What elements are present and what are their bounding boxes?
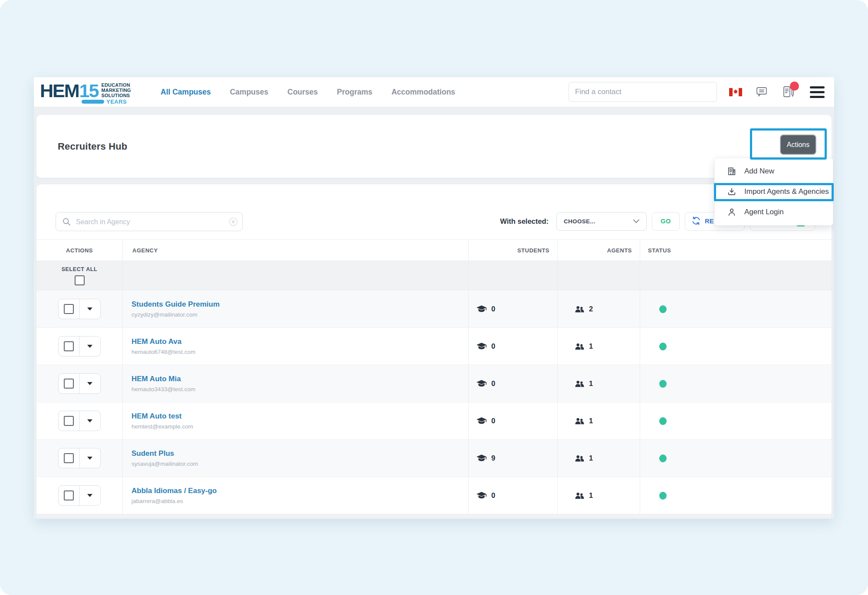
- row-actions-group: [58, 411, 101, 431]
- agents-count: 1: [589, 454, 593, 462]
- chevron-down-icon: [633, 217, 639, 225]
- status-dot: [659, 380, 667, 388]
- row-actions-group: [58, 373, 101, 394]
- agency-link[interactable]: HEM Auto Mia: [132, 375, 181, 383]
- table-row: Students Guide Premium cyzydizy@mailinat…: [36, 290, 832, 327]
- agents-icon: [575, 455, 584, 462]
- row-actions-group: [58, 485, 101, 506]
- logo-years: YEARS: [82, 98, 127, 105]
- agents-count: 2: [589, 305, 593, 313]
- chat-icon[interactable]: [755, 85, 768, 98]
- bulk-action-select[interactable]: CHOOSE...: [556, 212, 647, 231]
- agency-search-input[interactable]: [75, 212, 220, 232]
- agency-link[interactable]: HEM Auto Ava: [132, 337, 181, 346]
- logo-tagline: EDUCATION MARKETING SOLUTIONS: [101, 78, 131, 98]
- table-bottom-strip: [36, 514, 832, 519]
- agents-count: 1: [589, 342, 593, 350]
- row-caret-button[interactable]: [80, 486, 101, 505]
- agency-link[interactable]: Students Guide Premium: [132, 300, 220, 309]
- row-checkbox[interactable]: [59, 411, 80, 431]
- clear-search-icon[interactable]: [229, 217, 238, 228]
- graduation-cap-icon: [477, 454, 487, 462]
- row-actions-group: [58, 336, 101, 356]
- agents-count: 1: [589, 491, 593, 500]
- row-caret-button[interactable]: [80, 448, 101, 468]
- agency-search-box[interactable]: [56, 212, 243, 231]
- caret-down-icon: [87, 382, 92, 385]
- caret-down-icon: [87, 307, 92, 311]
- menu-item-import-agents[interactable]: Import Agents & Agencies: [715, 181, 833, 202]
- select-all-cell: SELECT ALL: [36, 261, 123, 290]
- agency-link[interactable]: Sudent Plus: [132, 449, 174, 458]
- status-dot: [659, 305, 667, 313]
- agency-link[interactable]: Abbla Idiomas / Easy-go: [132, 487, 217, 495]
- refresh-icon: [691, 216, 701, 227]
- select-all-label: SELECT ALL: [62, 266, 98, 272]
- table-row: Sudent Plus sysavuja@mailinator.com 9 1: [36, 439, 832, 477]
- agency-email: sysavuja@mailinator.com: [132, 461, 198, 467]
- students-count: 9: [491, 454, 495, 462]
- agency-email: hemauto6748@test.com: [132, 349, 195, 355]
- menu-item-agent-login[interactable]: Agent Login: [715, 202, 833, 222]
- agents-count: 1: [589, 379, 593, 388]
- table-row: HEM Auto Mia hemauto3433@test.com 0 1: [36, 365, 832, 402]
- status-dot: [659, 454, 667, 462]
- row-caret-button[interactable]: [80, 411, 101, 431]
- graduation-cap-icon: [477, 380, 487, 387]
- graduation-cap-icon: [477, 305, 487, 313]
- go-button[interactable]: GO: [652, 212, 680, 231]
- column-header-students: STUDENTS: [469, 240, 558, 261]
- agency-email: jabarrera@abbla.es: [132, 498, 183, 504]
- row-caret-button[interactable]: [80, 299, 101, 319]
- main-navigation: All Campuses Campuses Courses Programs A…: [161, 88, 455, 97]
- row-checkbox[interactable]: [59, 299, 80, 319]
- nav-link-programs[interactable]: Programs: [337, 88, 372, 97]
- find-contact-search[interactable]: [569, 82, 717, 102]
- nav-link-accommodations[interactable]: Accommodations: [391, 88, 455, 97]
- row-checkbox[interactable]: [59, 486, 80, 505]
- menu-item-add-new[interactable]: Add New: [715, 161, 833, 181]
- caret-down-icon: [87, 457, 92, 460]
- hem-logo: HEM15 EDUCATION MARKETING SOLUTIONS YEAR…: [40, 78, 153, 105]
- table-row: Abbla Idiomas / Easy-go jabarrera@abbla.…: [36, 477, 832, 514]
- row-caret-button[interactable]: [80, 374, 101, 393]
- language-flag-canada-icon[interactable]: [729, 88, 742, 96]
- find-contact-input[interactable]: [569, 82, 729, 101]
- row-checkbox[interactable]: [59, 374, 80, 393]
- actions-button[interactable]: Actions: [780, 134, 816, 155]
- agents-icon: [575, 343, 584, 350]
- students-count: 0: [491, 491, 495, 500]
- column-header-agents: AGENTS: [558, 240, 640, 261]
- agency-email: hemauto3433@test.com: [132, 386, 195, 392]
- students-count: 0: [491, 305, 495, 313]
- agency-link[interactable]: HEM Auto test: [132, 412, 182, 421]
- nav-link-campuses[interactable]: Campuses: [230, 88, 269, 97]
- caret-down-icon: [87, 345, 92, 348]
- column-header-actions: ACTIONS: [36, 240, 123, 261]
- row-checkbox[interactable]: [59, 448, 80, 468]
- agents-icon: [575, 418, 584, 425]
- agencies-table: ACTIONS AGENCY STUDENTS AGENTS STATUS SE…: [36, 239, 832, 519]
- nav-link-all-campuses[interactable]: All Campuses: [161, 88, 211, 97]
- agents-icon: [575, 492, 584, 499]
- students-count: 0: [491, 342, 495, 350]
- column-header-status: STATUS: [640, 240, 832, 261]
- app-window: HEM15 EDUCATION MARKETING SOLUTIONS YEAR…: [34, 77, 834, 519]
- row-caret-button[interactable]: [80, 337, 101, 356]
- table-header-row: ACTIONS AGENCY STUDENTS AGENTS STATUS: [36, 239, 832, 261]
- row-checkbox[interactable]: [59, 337, 80, 356]
- hamburger-menu-icon[interactable]: [810, 86, 825, 98]
- page-title: Recruiters Hub: [58, 115, 128, 178]
- person-icon: [727, 207, 736, 217]
- students-count: 0: [491, 417, 495, 425]
- notes-icon[interactable]: [781, 85, 795, 99]
- row-actions-group: [58, 299, 101, 319]
- agents-icon: [575, 380, 584, 387]
- status-dot: [659, 343, 667, 350]
- column-header-agency: AGENCY: [123, 240, 469, 261]
- select-all-checkbox[interactable]: [75, 275, 85, 285]
- table-row: HEM Auto test hemtest@example.com 0 1: [36, 402, 832, 439]
- table-row: HEM Auto Ava hemauto6748@test.com 0 1: [36, 327, 832, 365]
- nav-link-courses[interactable]: Courses: [287, 88, 318, 97]
- logo-years-bar: [82, 100, 104, 104]
